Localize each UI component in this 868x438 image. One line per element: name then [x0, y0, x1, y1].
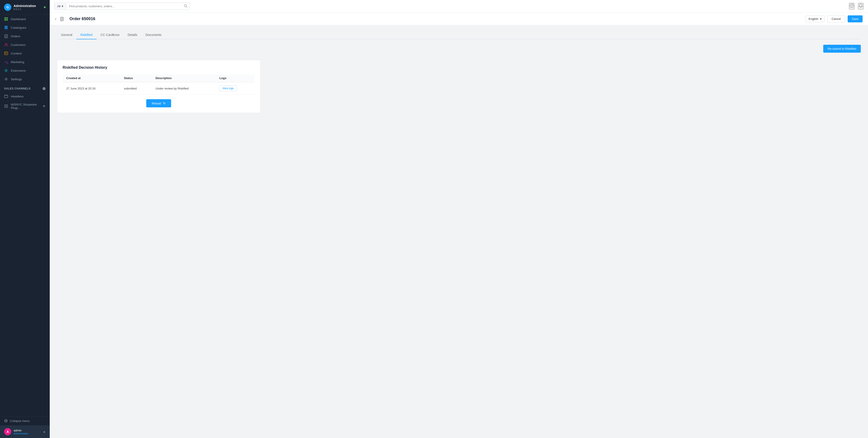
- user-role: Administrator: [13, 432, 28, 435]
- sidebar-item-catalogues[interactable]: Catalogues: [0, 23, 50, 32]
- tab-riskified[interactable]: Riskified: [76, 31, 96, 39]
- orders-icon: [4, 34, 8, 38]
- svg-rect-1: [6, 18, 8, 19]
- lang-chevron-icon: ▾: [820, 17, 822, 21]
- tab-cc-cardknox[interactable]: CC Cardknox: [96, 31, 124, 39]
- document-icon: [60, 17, 64, 21]
- svg-rect-7: [4, 29, 8, 29]
- catalogues-icon: [4, 26, 8, 30]
- sidebar-bottom: Collapse menu A admin Administrator ▲: [0, 416, 50, 438]
- svg-point-24: [184, 4, 186, 7]
- search-icon: [184, 4, 187, 8]
- notifications-button[interactable]: [858, 3, 864, 9]
- plugin-icon: [4, 104, 8, 108]
- subheader-actions: English ▾ Cancel Save: [806, 15, 863, 23]
- user-name: admin: [13, 429, 28, 432]
- add-sales-channel-button[interactable]: ⊕: [42, 86, 46, 91]
- sidebar-label-customers: Customers: [11, 43, 26, 46]
- online-indicator: [44, 6, 46, 8]
- topbar: All ▾: [50, 0, 868, 13]
- cell-status: submitted: [120, 82, 152, 95]
- sidebar-item-headless[interactable]: Headless: [0, 92, 50, 101]
- sidebar-item-wsnyc[interactable]: WSNYC Shopware Plugi... 👁: [0, 101, 50, 112]
- sidebar-label-extensions: Extensions: [11, 69, 26, 72]
- svg-point-16: [7, 63, 8, 64]
- sidebar-label-headless: Headless: [11, 95, 24, 98]
- content-icon: [4, 51, 8, 55]
- page-title: Order 650016: [69, 17, 95, 21]
- sidebar-label-dashboard: Dashboard: [11, 18, 26, 21]
- bell-icon: [859, 3, 863, 8]
- search-filter-dropdown[interactable]: All ▾: [55, 3, 66, 9]
- circle-arrow-icon: [4, 419, 8, 423]
- sidebar-label-catalogues: Catalogues: [11, 26, 26, 29]
- history-table: Created at Status Description Logs 27 Ju…: [63, 74, 255, 95]
- col-logs: Logs: [216, 74, 255, 82]
- sidebar-label-wsnyc: WSNYC Shopware Plugi...: [11, 103, 40, 110]
- subheader: ‹ Order 650016 English ▾ Cancel Save: [50, 13, 868, 25]
- tab-general[interactable]: General: [57, 31, 76, 39]
- svg-rect-5: [4, 27, 8, 28]
- cell-created-at: 27 June 2023 at 20:16: [63, 82, 120, 95]
- app-name: Administration: [13, 4, 36, 8]
- reload-icon: ↻: [163, 101, 166, 105]
- back-button[interactable]: ‹: [55, 17, 56, 21]
- headless-icon: [4, 94, 8, 98]
- search-area: All ▾: [54, 2, 190, 10]
- sidebar-item-content[interactable]: Content: [0, 49, 50, 58]
- marketing-icon: [4, 60, 8, 64]
- dashboard-icon: [4, 17, 8, 21]
- language-label: English: [809, 17, 818, 21]
- riskified-history-card: Riskified Decision History Created at St…: [57, 60, 260, 113]
- sales-channels-header: Sales Channels ⊕: [0, 84, 50, 92]
- sidebar-item-customers[interactable]: Customers: [0, 40, 50, 49]
- resubmit-button[interactable]: Re-submit to Riskified: [823, 45, 861, 53]
- svg-rect-3: [6, 19, 8, 21]
- extensions-icon: [4, 68, 8, 72]
- user-avatar: A: [4, 428, 11, 435]
- help-button[interactable]: [849, 3, 855, 9]
- svg-rect-0: [4, 18, 6, 19]
- reload-button[interactable]: Reload ↻: [146, 99, 171, 107]
- settings-icon: [4, 77, 8, 81]
- sidebar-logo: G Administration 6.5.2.1: [0, 0, 50, 15]
- sidebar-label-orders: Orders: [11, 35, 20, 38]
- save-button[interactable]: Save: [848, 15, 863, 22]
- app-logo: G: [4, 4, 11, 11]
- svg-point-17: [5, 70, 6, 71]
- filter-chevron-icon: ▾: [62, 4, 63, 8]
- eye-icon: 👁: [43, 105, 46, 108]
- search-filter-label: All: [57, 4, 60, 8]
- view-logs-button[interactable]: View logs: [219, 86, 237, 91]
- help-icon: [849, 3, 854, 8]
- col-description: Description: [152, 74, 216, 82]
- search-button[interactable]: [182, 3, 190, 10]
- svg-rect-13: [4, 52, 8, 55]
- tab-bar: General Riskified CC Cardknox Details Do…: [57, 31, 861, 39]
- tab-documents[interactable]: Documents: [142, 31, 166, 39]
- user-menu-chevron[interactable]: ▲: [43, 430, 46, 433]
- svg-rect-6: [4, 28, 8, 29]
- sidebar-item-orders[interactable]: Orders: [0, 32, 50, 40]
- language-selector[interactable]: English ▾: [806, 15, 825, 22]
- customers-icon: [4, 43, 8, 47]
- app-version: 6.5.2.1: [13, 8, 36, 10]
- cell-description: Under review by Riskified: [152, 82, 216, 95]
- cancel-button[interactable]: Cancel: [827, 15, 845, 23]
- svg-line-25: [186, 6, 187, 7]
- topbar-right: [849, 3, 864, 9]
- sidebar-item-marketing[interactable]: Marketing: [0, 58, 50, 66]
- collapse-menu-button[interactable]: Collapse menu: [0, 416, 50, 425]
- sidebar-item-dashboard[interactable]: Dashboard: [0, 15, 50, 23]
- svg-point-18: [5, 79, 6, 80]
- sidebar: G Administration 6.5.2.1 Dashboard Catal…: [0, 0, 50, 438]
- history-card-title: Riskified Decision History: [63, 66, 255, 70]
- svg-point-12: [5, 43, 7, 45]
- sidebar-item-extensions[interactable]: Extensions: [0, 66, 50, 75]
- tab-details[interactable]: Details: [124, 31, 142, 39]
- sidebar-label-content: Content: [11, 52, 22, 55]
- svg-rect-19: [4, 95, 8, 98]
- search-input[interactable]: [66, 3, 182, 9]
- content-area: General Riskified CC Cardknox Details Do…: [50, 25, 868, 438]
- sidebar-item-settings[interactable]: Settings: [0, 75, 50, 84]
